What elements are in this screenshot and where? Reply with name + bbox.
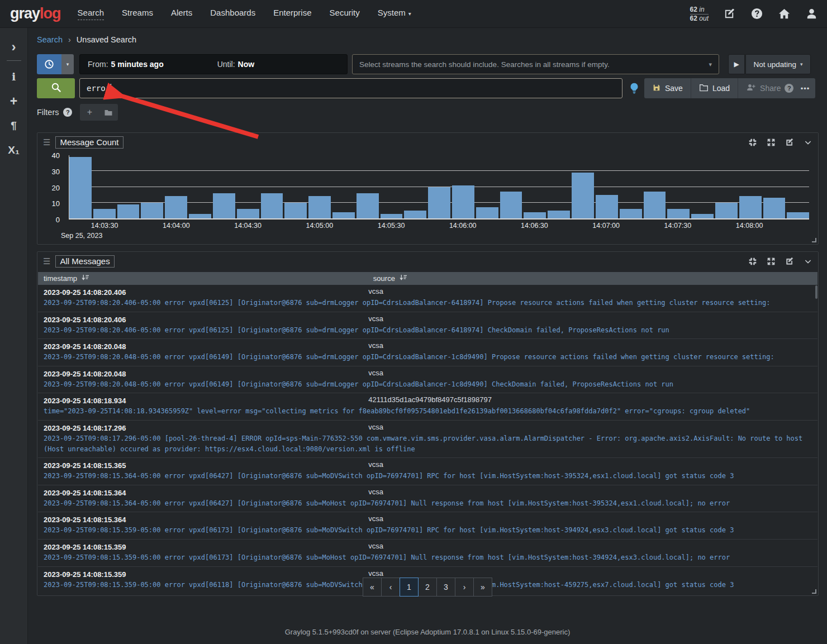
chart-bar[interactable] bbox=[500, 192, 522, 218]
streams-select[interactable]: Select streams the search should include… bbox=[352, 54, 719, 74]
chart-bar[interactable] bbox=[524, 212, 546, 218]
chart-bar[interactable] bbox=[332, 212, 355, 218]
add-icon[interactable]: + bbox=[10, 89, 17, 113]
chart-bar[interactable] bbox=[452, 185, 474, 218]
chart-bar[interactable] bbox=[93, 209, 116, 218]
save-button[interactable]: Save bbox=[644, 78, 691, 98]
edit-icon[interactable] bbox=[723, 7, 736, 20]
message-row[interactable]: 2023-09-25 14:08:17.296 vcsa 2023-09-25T… bbox=[38, 421, 818, 458]
widget-title[interactable]: All Messages bbox=[55, 255, 114, 268]
page-button[interactable]: » bbox=[473, 578, 492, 597]
filters-help-icon[interactable]: ? bbox=[63, 108, 72, 117]
edit-widget-icon[interactable] bbox=[785, 138, 794, 147]
edit-widget-icon[interactable] bbox=[785, 257, 794, 266]
scrollbar-thumb[interactable] bbox=[815, 285, 818, 299]
graylog-logo[interactable]: graylog bbox=[10, 5, 61, 22]
nav-item[interactable]: Alerts bbox=[171, 8, 192, 20]
refresh-interval-button[interactable]: Not updating ▾ bbox=[745, 54, 811, 74]
drag-handle-icon[interactable]: ☰ bbox=[43, 256, 50, 266]
collapse-widget-icon[interactable] bbox=[804, 138, 812, 147]
chart-bar[interactable] bbox=[739, 196, 762, 218]
message-row[interactable]: 2023-09-25 14:08:20.048 vcsa 2023-09-25T… bbox=[38, 366, 818, 394]
widget-resize-handle[interactable] bbox=[812, 589, 816, 594]
focus-widget-icon[interactable] bbox=[748, 138, 757, 147]
chart-bar[interactable] bbox=[715, 203, 738, 218]
chart-bar[interactable] bbox=[284, 203, 307, 218]
chart-bar[interactable] bbox=[189, 214, 211, 218]
chart-bar[interactable] bbox=[596, 195, 618, 218]
expand-widget-icon[interactable] bbox=[767, 257, 776, 266]
column-header-timestamp[interactable]: timestamp bbox=[44, 274, 89, 283]
sort-desc-icon[interactable] bbox=[82, 274, 89, 283]
widget-resize-handle[interactable] bbox=[812, 238, 816, 242]
page-button[interactable]: 2 bbox=[418, 578, 437, 597]
nav-item[interactable]: System▾ bbox=[378, 8, 411, 20]
page-button[interactable]: 3 bbox=[436, 578, 455, 597]
column-header-source[interactable]: source bbox=[373, 274, 407, 283]
chart-bar[interactable] bbox=[117, 204, 140, 218]
page-button[interactable]: « bbox=[363, 578, 382, 597]
lightbulb-icon[interactable] bbox=[628, 82, 640, 94]
sort-desc-icon[interactable] bbox=[400, 274, 407, 283]
refresh-play-button[interactable]: ▶ bbox=[728, 54, 745, 74]
info-icon[interactable]: i bbox=[12, 64, 16, 89]
message-row[interactable]: 2023-09-25 14:08:15.365 vcsa 2023-09-25T… bbox=[38, 458, 818, 485]
nav-item[interactable]: Enterprise bbox=[273, 8, 311, 20]
home-icon[interactable] bbox=[778, 7, 791, 20]
message-row[interactable]: 2023-09-25 14:08:15.359 vcsa 2023-09-25T… bbox=[38, 540, 818, 567]
time-range-display[interactable]: From:5 minutes ago Until:Now bbox=[79, 54, 348, 74]
chart-bar[interactable] bbox=[787, 212, 809, 218]
query-input[interactable]: error bbox=[79, 78, 622, 98]
message-row[interactable]: 2023-09-25 14:08:20.406 vcsa 2023-09-25T… bbox=[38, 285, 818, 312]
page-button[interactable]: 1 bbox=[400, 578, 419, 597]
chart-bar[interactable] bbox=[213, 193, 235, 218]
chart-bar[interactable] bbox=[141, 203, 163, 218]
chart-bar[interactable] bbox=[165, 196, 187, 218]
message-row[interactable]: 2023-09-25 14:08:15.364 vcsa 2023-09-25T… bbox=[38, 512, 818, 540]
chart-bar[interactable] bbox=[476, 207, 498, 218]
expand-widget-icon[interactable] bbox=[767, 138, 776, 147]
nav-item[interactable]: Streams bbox=[122, 8, 153, 20]
page-button[interactable]: › bbox=[455, 578, 474, 597]
chart-bar[interactable] bbox=[644, 192, 666, 218]
load-button[interactable]: Load bbox=[691, 78, 738, 98]
chart-bar[interactable] bbox=[404, 211, 426, 218]
add-filter-button[interactable]: + bbox=[80, 104, 99, 121]
collapse-widget-icon[interactable] bbox=[804, 257, 812, 266]
message-row[interactable]: 2023-09-25 14:08:20.048 vcsa 2023-09-25T… bbox=[38, 339, 818, 366]
help-icon[interactable] bbox=[750, 7, 763, 20]
share-button[interactable]: Share ? bbox=[738, 78, 802, 98]
chart-bar[interactable] bbox=[667, 209, 690, 218]
time-range-caret[interactable]: ▾ bbox=[61, 54, 74, 74]
chart-bar[interactable] bbox=[620, 209, 642, 218]
search-submit-button[interactable] bbox=[37, 78, 75, 98]
more-actions-button[interactable]: ••• bbox=[795, 78, 815, 98]
share-help-icon[interactable]: ? bbox=[785, 84, 793, 93]
clock-icon[interactable] bbox=[37, 54, 61, 74]
chart-bar[interactable] bbox=[357, 193, 379, 218]
chart-bar[interactable] bbox=[691, 214, 714, 218]
chart-bar[interactable] bbox=[237, 209, 259, 218]
widget-title[interactable]: Message Count bbox=[55, 136, 123, 149]
page-button[interactable]: ‹ bbox=[381, 578, 400, 597]
chart-bar[interactable] bbox=[428, 187, 450, 219]
nav-item[interactable]: Search bbox=[78, 8, 104, 20]
fields-icon[interactable]: X₁ bbox=[8, 138, 20, 163]
chart-bar[interactable] bbox=[308, 196, 331, 218]
breadcrumb-search-link[interactable]: Search bbox=[37, 35, 63, 44]
focus-widget-icon[interactable] bbox=[748, 257, 757, 266]
chart-bar[interactable] bbox=[381, 214, 403, 218]
message-row[interactable]: 2023-09-25 14:08:20.406 vcsa 2023-09-25T… bbox=[38, 312, 818, 340]
time-range-button[interactable]: ▾ bbox=[37, 54, 74, 74]
expand-sidebar-icon[interactable]: › bbox=[12, 35, 16, 59]
filter-folder-button[interactable] bbox=[99, 104, 118, 121]
formatting-icon[interactable]: ¶ bbox=[11, 113, 17, 138]
drag-handle-icon[interactable]: ☰ bbox=[43, 137, 50, 147]
message-row[interactable]: 2023-09-25 14:08:18.934 42111d35d1ac9479… bbox=[38, 393, 818, 421]
nav-item[interactable]: Security bbox=[330, 8, 360, 20]
nav-item[interactable]: Dashboards bbox=[210, 8, 255, 20]
chart-bar[interactable] bbox=[763, 198, 786, 218]
chart-bar[interactable] bbox=[548, 211, 570, 218]
chart-bar[interactable] bbox=[69, 157, 92, 218]
user-icon[interactable] bbox=[805, 7, 818, 20]
